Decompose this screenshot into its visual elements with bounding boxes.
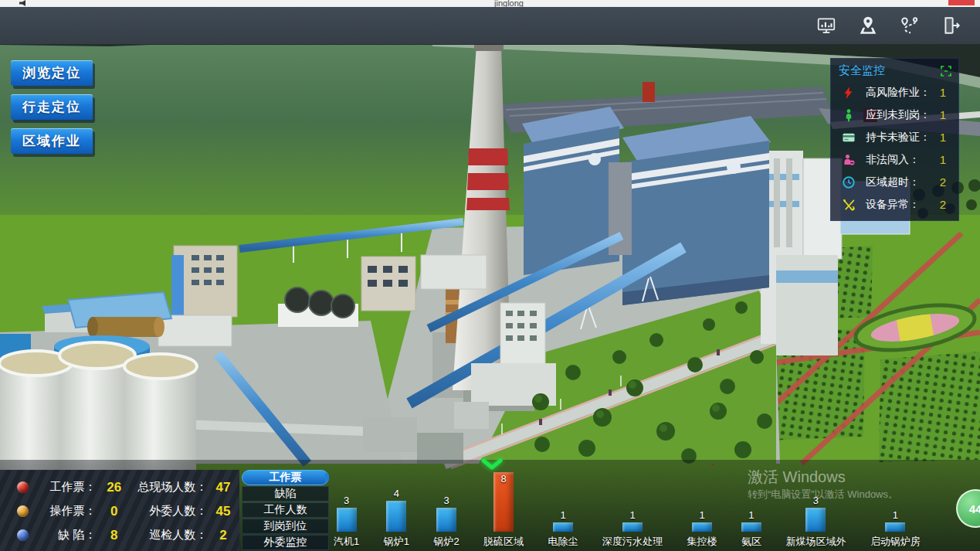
bar-category-label: 启动锅炉房 xyxy=(870,535,921,549)
bar-value: 3 xyxy=(344,495,349,506)
bar-category-label: 锅炉2 xyxy=(433,535,459,549)
chart-bar[interactable] xyxy=(622,522,643,532)
security-item-value: 1 xyxy=(935,108,951,121)
tab-3[interactable]: 到岗到位 xyxy=(242,519,329,534)
tools-icon xyxy=(842,198,856,212)
exit-icon[interactable] xyxy=(941,15,961,36)
bar-group: 3汽机1 xyxy=(334,471,359,549)
security-item-value: 2 xyxy=(935,198,951,211)
tab-0[interactable]: 工作票 xyxy=(242,470,329,485)
bar-group: 1启动锅炉房 xyxy=(870,471,921,549)
bar-category-label: 集控楼 xyxy=(687,535,717,549)
bar-category-label: 电除尘 xyxy=(548,535,578,549)
map-locate-icon[interactable] xyxy=(858,15,878,36)
bar-value: 1 xyxy=(699,509,704,521)
stat-label: 操作票： xyxy=(38,504,96,519)
chart-bar[interactable] xyxy=(692,522,712,532)
bar-value: 1 xyxy=(893,509,898,521)
bar-value: 3 xyxy=(443,495,449,506)
security-item-value: 1 xyxy=(935,153,951,166)
security-item-value: 2 xyxy=(935,175,951,189)
nav-button-0[interactable]: 浏览定位 xyxy=(11,60,93,86)
bar-group: 8脱硫区域 xyxy=(483,471,524,549)
nav-button-2[interactable]: 区域作业 xyxy=(11,128,93,154)
card-icon xyxy=(842,131,856,145)
stat-value: 0 xyxy=(96,504,132,519)
stats-panel: 工作票：26总现场人数：47操作票：0外委人数：45缺 陷：8巡检人数：2 xyxy=(0,470,239,551)
clock-icon xyxy=(842,175,856,189)
security-item-value: 1 xyxy=(935,131,951,144)
header-icons xyxy=(816,15,961,36)
security-item-label: 高风险作业： xyxy=(866,86,935,100)
browser-tab-title: jinglong xyxy=(443,0,575,8)
security-item[interactable]: 持卡未验证：1 xyxy=(831,126,958,148)
status-dot xyxy=(17,505,29,517)
watermark-line2: 转到“电脑设置”以激活 Windows。 xyxy=(748,488,898,502)
watermark-line1: 激活 Windows xyxy=(748,467,846,488)
security-panel-title: 安全监控 xyxy=(839,63,885,78)
security-item-label: 非法闯入： xyxy=(866,153,935,167)
person-remove-icon xyxy=(842,153,856,167)
security-item-label: 区域超时： xyxy=(866,175,935,189)
bar-value: 8 xyxy=(493,473,514,485)
bar-group: 1电除尘 xyxy=(548,471,578,549)
tab-4[interactable]: 外委监控 xyxy=(242,535,329,550)
chart-bar[interactable]: 8 xyxy=(493,472,514,532)
bar-category-label: 新煤场区域外 xyxy=(785,535,846,549)
security-item-label: 应到未到岗： xyxy=(866,108,935,122)
bar-group: 4锅炉1 xyxy=(384,471,409,549)
security-item-label: 设备异常： xyxy=(866,198,935,212)
chart-bar[interactable] xyxy=(386,501,406,532)
security-item[interactable]: 设备异常：2 xyxy=(831,193,958,216)
bar-group: 3锅炉2 xyxy=(433,471,459,549)
person-icon xyxy=(842,108,856,122)
stat-label: 外委人数： xyxy=(132,504,207,519)
bar-value: 1 xyxy=(629,509,635,521)
tab-1[interactable]: 缺陷 xyxy=(242,486,329,502)
security-item[interactable]: 区域超时：2 xyxy=(831,171,958,193)
stats-row: 操作票：0外委人数：45 xyxy=(0,499,239,523)
stat-value: 8 xyxy=(96,528,132,543)
chart-bar[interactable] xyxy=(885,522,905,532)
security-item-list: 高风险作业：1应到未到岗：1持卡未验证：1非法闯入：1区域超时：2设备异常：2 xyxy=(831,81,958,216)
tab-2[interactable]: 工作人数 xyxy=(242,502,329,518)
stat-label: 巡检人数： xyxy=(132,528,207,542)
stats-row: 缺 陷：8巡检人数：2 xyxy=(0,523,239,547)
bar-category-label: 氨区 xyxy=(741,535,761,549)
route-track-icon[interactable] xyxy=(900,15,920,36)
scan-icon[interactable] xyxy=(940,65,952,77)
stat-value: 2 xyxy=(207,528,239,543)
security-item[interactable]: 非法闯入：1 xyxy=(831,148,958,171)
bar-value: 1 xyxy=(560,509,565,521)
status-dot xyxy=(17,481,29,493)
security-item[interactable]: 高风险作业：1 xyxy=(831,81,958,104)
status-dot xyxy=(17,529,29,541)
chart-bar[interactable] xyxy=(337,508,357,532)
chevron-down-marker[interactable] xyxy=(480,458,504,471)
stat-value: 45 xyxy=(207,504,239,519)
stats-row: 工作票：26总现场人数：47 xyxy=(0,475,239,499)
nav-button-1[interactable]: 行走定位 xyxy=(11,94,93,120)
security-item[interactable]: 应到未到岗：1 xyxy=(831,104,958,126)
chart-bar[interactable] xyxy=(741,522,761,532)
chart-bar[interactable] xyxy=(436,508,456,532)
bar-category-label: 脱硫区域 xyxy=(483,535,524,549)
chart-bar[interactable] xyxy=(553,522,573,532)
bar-category-label: 汽机1 xyxy=(334,535,359,549)
close-button[interactable] xyxy=(948,0,975,5)
bar-group: 1集控楼 xyxy=(687,471,717,549)
bar-group: 1深度污水处理 xyxy=(602,471,663,549)
stat-label: 总现场人数： xyxy=(132,480,207,495)
stat-value: 47 xyxy=(207,480,239,495)
bar-value: 1 xyxy=(748,509,754,521)
security-item-label: 持卡未验证： xyxy=(866,131,935,145)
security-monitor-panel: 安全监控 高风险作业：1应到未到岗：1持卡未验证：1非法闯入：1区域超时：2设备… xyxy=(830,58,959,221)
bar-category-label: 深度污水处理 xyxy=(602,535,663,549)
bar-category-label: 锅炉1 xyxy=(384,535,409,549)
stat-value: 26 xyxy=(96,480,132,495)
security-item-value: 1 xyxy=(935,86,951,99)
monitor-stats-icon[interactable] xyxy=(816,15,836,36)
stat-label: 工作票： xyxy=(38,480,96,495)
chart-bar[interactable] xyxy=(805,508,826,532)
bar-value: 4 xyxy=(394,488,399,499)
